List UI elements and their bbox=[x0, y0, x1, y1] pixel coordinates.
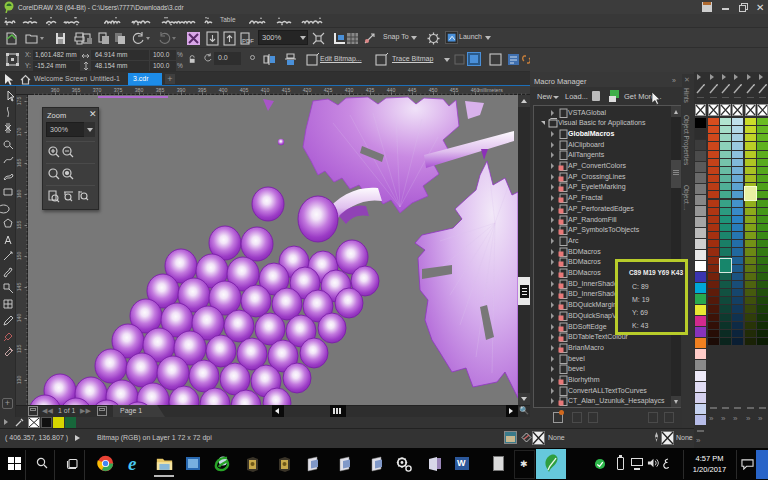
svg-text:375: 375 bbox=[114, 87, 123, 93]
svg-text:175: 175 bbox=[16, 97, 22, 106]
svg-text:165: 165 bbox=[16, 159, 22, 168]
svg-text:130: 130 bbox=[16, 376, 22, 385]
svg-text:PDF: PDF bbox=[242, 38, 254, 44]
svg-text:455: 455 bbox=[450, 87, 459, 93]
svg-text:395: 395 bbox=[198, 87, 207, 93]
svg-text:420: 420 bbox=[303, 87, 312, 93]
svg-text:445: 445 bbox=[408, 87, 417, 93]
svg-text:360: 360 bbox=[51, 87, 60, 93]
svg-text:425: 425 bbox=[324, 87, 333, 93]
svg-text:170: 170 bbox=[16, 128, 22, 137]
svg-text:415: 415 bbox=[282, 87, 291, 93]
svg-text:410: 410 bbox=[261, 87, 270, 93]
svg-text:400: 400 bbox=[219, 87, 228, 93]
svg-text:365: 365 bbox=[72, 87, 81, 93]
svg-text:140: 140 bbox=[16, 314, 22, 323]
svg-text:405: 405 bbox=[240, 87, 249, 93]
svg-text:450: 450 bbox=[429, 87, 438, 93]
svg-text:150: 150 bbox=[16, 252, 22, 261]
svg-text:145: 145 bbox=[16, 283, 22, 292]
svg-text:390: 390 bbox=[177, 87, 186, 93]
svg-text:380: 380 bbox=[135, 87, 144, 93]
svg-text:135: 135 bbox=[16, 345, 22, 354]
svg-text:385: 385 bbox=[156, 87, 165, 93]
svg-text:155: 155 bbox=[16, 221, 22, 230]
svg-text:430: 430 bbox=[345, 87, 354, 93]
svg-text:370: 370 bbox=[93, 87, 102, 93]
svg-text:160: 160 bbox=[16, 190, 22, 199]
svg-text:440: 440 bbox=[387, 87, 396, 93]
svg-text:millimeters: millimeters bbox=[478, 87, 503, 93]
svg-text:435: 435 bbox=[366, 87, 375, 93]
